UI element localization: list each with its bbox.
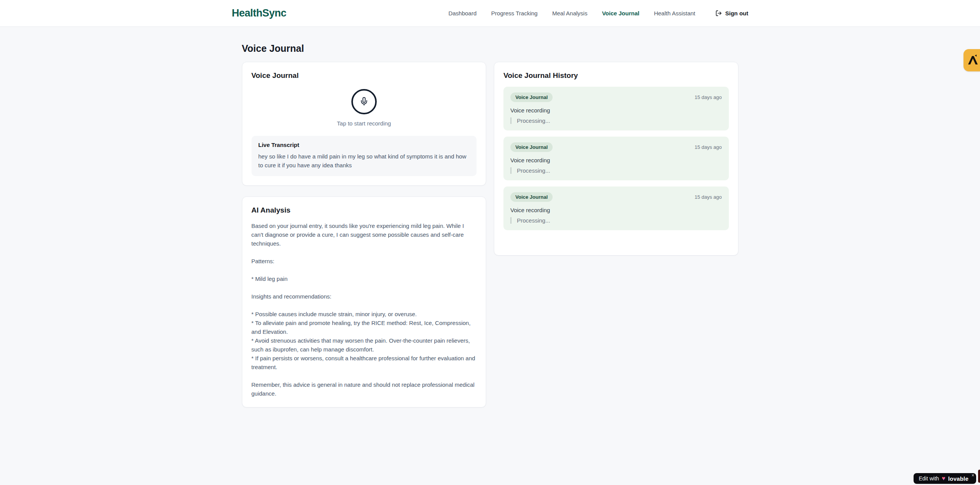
ai-analysis-text: Based on your journal entry, it sounds l… — [252, 221, 477, 398]
lovable-wordmark: lovable — [948, 475, 968, 482]
entry-title: Voice recording — [510, 107, 722, 114]
tap-to-record-hint: Tap to start recording — [337, 120, 391, 127]
page-title: Voice Journal — [242, 43, 738, 54]
record-button[interactable] — [351, 89, 377, 114]
ai-analysis-card: AI Analysis Based on your journal entry,… — [242, 196, 487, 407]
voice-journal-history-card: Voice Journal History Voice Journal 15 d… — [494, 62, 738, 256]
lovable-heart-icon: ♥ — [942, 475, 945, 482]
browser-extension-side-tab[interactable] — [963, 49, 980, 71]
nav-health-assistant[interactable]: Health Assistant — [654, 10, 695, 16]
sign-out-label: Sign out — [725, 10, 748, 16]
edit-with-lovable-badge[interactable]: Edit with ♥ lovable × — [914, 473, 976, 484]
entry-timestamp: 15 days ago — [695, 94, 722, 100]
sign-out-button[interactable]: Sign out — [715, 10, 748, 16]
live-transcript-panel: Live Transcript hey so like I do have a … — [252, 136, 477, 176]
entry-type-badge: Voice Journal — [510, 192, 553, 202]
recorder-card-title: Voice Journal — [252, 71, 477, 80]
logout-icon — [715, 10, 722, 16]
ai-analysis-title: AI Analysis — [252, 206, 477, 214]
entry-status: Processing... — [510, 217, 722, 224]
app-logo[interactable]: HealthSync — [232, 7, 286, 19]
main-nav: Dashboard Progress Tracking Meal Analysi… — [449, 10, 748, 16]
entry-status: Processing... — [510, 117, 722, 124]
top-navigation-bar: HealthSync Dashboard Progress Tracking M… — [0, 0, 980, 27]
entry-title: Voice recording — [510, 207, 722, 213]
edge-indicator-sliver — [978, 470, 980, 483]
nav-meal-analysis[interactable]: Meal Analysis — [552, 10, 588, 16]
nav-voice-journal[interactable]: Voice Journal — [602, 10, 639, 16]
entry-status: Processing... — [510, 167, 722, 174]
entry-timestamp: 15 days ago — [695, 144, 722, 150]
history-entry[interactable]: Voice Journal 15 days ago Voice recordin… — [503, 186, 729, 230]
live-transcript-title: Live Transcript — [258, 142, 470, 148]
microphone-icon — [359, 97, 369, 107]
amber-extension-icon — [967, 54, 978, 67]
nav-progress-tracking[interactable]: Progress Tracking — [491, 10, 538, 16]
nav-dashboard[interactable]: Dashboard — [449, 10, 477, 16]
entry-type-badge: Voice Journal — [510, 142, 553, 152]
entry-title: Voice recording — [510, 157, 722, 163]
edit-with-label: Edit with — [919, 475, 939, 482]
voice-journal-page: Voice Journal Voice Journal — [242, 27, 738, 407]
entry-timestamp: 15 days ago — [695, 194, 722, 200]
history-entry[interactable]: Voice Journal 15 days ago Voice recordin… — [503, 137, 729, 180]
history-card-title: Voice Journal History — [503, 71, 729, 80]
entry-type-badge: Voice Journal — [510, 92, 553, 102]
live-transcript-text: hey so like I do have a mild pain in my … — [258, 152, 470, 170]
voice-recorder-card: Voice Journal Tap to start recording — [242, 62, 487, 186]
close-icon[interactable]: × — [972, 473, 974, 478]
history-entry[interactable]: Voice Journal 15 days ago Voice recordin… — [503, 87, 729, 130]
